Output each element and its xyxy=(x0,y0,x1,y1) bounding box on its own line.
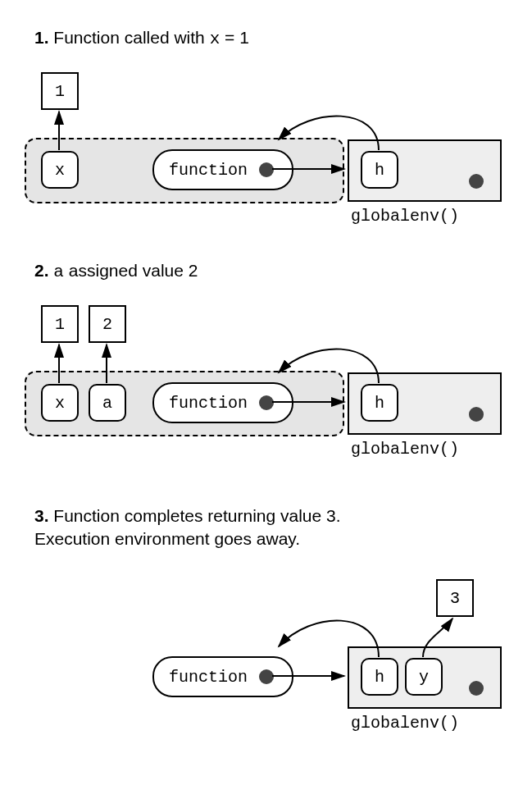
step3-var-y-box: y xyxy=(405,658,443,696)
step3-value-box-3: 3 xyxy=(436,579,474,617)
step1-value-box-1: 1 xyxy=(41,72,79,110)
step1-number: 1. xyxy=(34,28,49,47)
step3-number: 3. xyxy=(34,506,49,525)
step2-global-env-dot xyxy=(469,407,484,422)
step2-value-box-2: 2 xyxy=(89,305,126,343)
step2-value-box-1: 1 xyxy=(41,305,79,343)
step3-global-env-dot xyxy=(469,681,484,696)
step1-text1: Function called with xyxy=(49,28,210,47)
step1-function-pill: function xyxy=(152,149,293,190)
step1-var-x: x xyxy=(210,30,221,48)
step2-function-dot xyxy=(259,395,274,410)
step1-global-env-dot xyxy=(469,174,484,189)
step3-env-label: globalenv() xyxy=(351,714,459,733)
step2-caption: 2. a assigned value 2 xyxy=(34,261,198,281)
step3-text1: Function completes returning value 3. xyxy=(49,506,341,525)
step3-caption-line1: 3. Function completes returning value 3. xyxy=(34,506,341,526)
step2-function-pill: function xyxy=(152,382,293,423)
step2-env-label: globalenv() xyxy=(351,440,459,459)
step2-text: assigned value 2 xyxy=(64,261,198,280)
step1-text2: = 1 xyxy=(220,28,249,47)
step3-function-pill: function xyxy=(152,656,293,697)
step3-text2: Execution environment goes away. xyxy=(34,529,300,548)
step1-env-label: globalenv() xyxy=(351,207,459,226)
step3-caption-line2: Execution environment goes away. xyxy=(34,529,300,549)
step1-var-x-box: x xyxy=(41,151,79,189)
step1-function-dot xyxy=(259,162,274,177)
step2-var-a: a xyxy=(53,263,64,281)
step1-var-h-box: h xyxy=(361,151,398,189)
step3-var-h-box: h xyxy=(361,658,398,696)
step1-caption: 1. Function called with x = 1 xyxy=(34,28,249,48)
step2-var-a-box: a xyxy=(89,384,126,422)
diagram-container: 1. Function called with x = 1 1 x functi… xyxy=(0,0,532,799)
step3-function-dot xyxy=(259,669,274,684)
step2-var-h-box: h xyxy=(361,384,398,422)
step2-number: 2. xyxy=(34,261,49,280)
step2-var-x-box: x xyxy=(41,384,79,422)
